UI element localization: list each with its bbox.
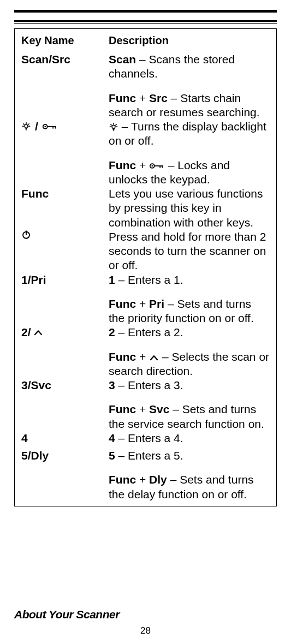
description-paragraph: 4 – Enters a 4. [109, 431, 270, 445]
table-row: Scan/SrcScan – Scans the stored channels… [21, 52, 270, 120]
table-row: Press and hold for more than 2 seconds t… [21, 230, 270, 273]
page-number: 28 [0, 625, 291, 636]
svg-line-14 [116, 124, 117, 126]
description-paragraph: Func + – Locks and unlocks the keypad. [109, 158, 270, 187]
description-paragraph: – Turns the display backlight on or off. [109, 120, 270, 148]
table-row: / – Turns the display backlight on or of… [21, 120, 270, 187]
table-row: 2/2 – Enters a 2.Func + – Selects the sc… [21, 325, 270, 378]
section-title: About Your Scanner [14, 608, 120, 621]
description-paragraph: Scan – Scans the stored channels. [109, 52, 270, 81]
header-description: Description [109, 34, 270, 47]
key-name-cell: / [21, 120, 104, 134]
svg-line-13 [111, 124, 112, 126]
description-paragraph: Func + Src – Starts chain search or resu… [109, 91, 270, 120]
key-name-cell: Scan/Src [21, 52, 104, 67]
table-row: 5/Dly5 – Enters a 5.Func + Dly – Sets an… [21, 449, 270, 502]
chevron-up-icon [33, 329, 43, 336]
table-row: FuncLets you use various functions by pr… [21, 187, 270, 230]
key-name-cell: 2/ [21, 325, 104, 339]
power-icon [21, 230, 31, 240]
separator-slash: / [35, 120, 38, 134]
key-icon [42, 122, 58, 132]
light-icon [21, 122, 31, 132]
description-paragraph: 1 – Enters a 1. [109, 273, 270, 287]
description-paragraph: 3 – Enters a 3. [109, 378, 270, 392]
table-row: 1/Pri1 – Enters a 1.Func + Pri – Sets an… [21, 273, 270, 326]
key-icon [149, 161, 165, 171]
description-paragraph: Func + Svc – Sets and turns the service … [109, 402, 270, 431]
key-name-cell: 1/Pri [21, 273, 104, 287]
key-name-cell: 5/Dly [21, 449, 104, 463]
svg-point-20 [152, 165, 153, 167]
table-row: 3/Svc3 – Enters a 3.Func + Svc – Sets an… [21, 378, 270, 431]
svg-rect-18 [113, 130, 114, 131]
description-paragraph: 2 – Enters a 2. [109, 325, 270, 339]
svg-rect-6 [26, 130, 27, 130]
description-paragraph: Lets you use various functions by pressi… [109, 187, 270, 230]
svg-line-1 [23, 124, 25, 125]
header-rule-hair [14, 23, 277, 24]
description-paragraph: Func + – Selects the scan or search dire… [109, 350, 270, 379]
key-name-cell: 3/Svc [21, 378, 104, 392]
table-header-row: Key Name Description [21, 34, 270, 47]
svg-line-2 [28, 124, 29, 125]
table-row: 44 – Enters a 4. [21, 431, 270, 449]
description-paragraph: Func + Dly – Sets and turns the delay fu… [109, 473, 270, 502]
description-paragraph: Func + Pri – Sets and turns the priority… [109, 297, 270, 326]
key-name-cell: Func [21, 187, 104, 201]
svg-rect-17 [113, 129, 115, 130]
description-paragraph: Press and hold for more than 2 seconds t… [109, 230, 270, 273]
description-paragraph: 5 – Enters a 5. [109, 449, 270, 463]
key-name-cell: 4 [21, 431, 104, 445]
key-name-cell [21, 230, 104, 240]
header-rule-thin [14, 20, 277, 22]
keys-table: Key Name Description Scan/SrcScan – Scan… [14, 28, 277, 506]
svg-point-8 [44, 126, 46, 128]
light-icon [109, 122, 118, 132]
header-key-name: Key Name [21, 34, 109, 47]
header-rule-thick [14, 10, 277, 13]
svg-rect-5 [26, 128, 27, 129]
chevron-up-icon [149, 354, 159, 361]
